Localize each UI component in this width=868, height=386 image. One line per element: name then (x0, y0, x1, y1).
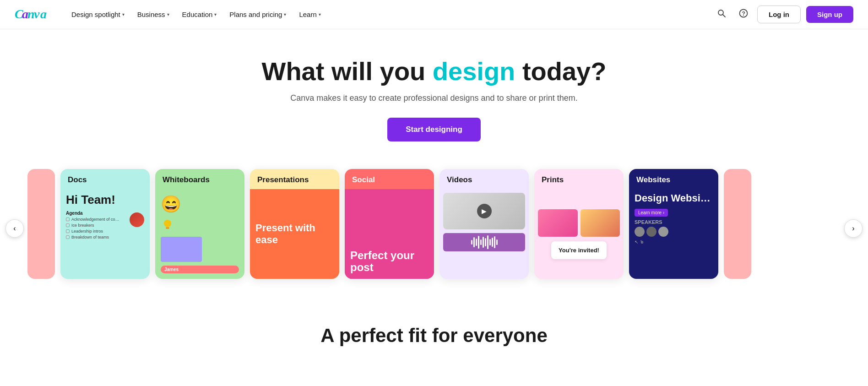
help-icon: ? (739, 9, 748, 18)
carousel-track: Docs Hi Team! Agenda Acknowledgement of … (0, 169, 868, 279)
chevron-down-icon: ▾ (319, 12, 321, 17)
hero-title: What will you design today? (9, 57, 859, 86)
card-websites[interactable]: Websites Design Websi… Learn more › SPEA… (629, 169, 718, 279)
card-social-label: Social (345, 169, 434, 189)
videos-thumbnail: ▶ (443, 193, 525, 229)
chevron-down-icon: ▾ (122, 12, 125, 17)
card-whiteboards-body: 😄 James (155, 189, 244, 279)
docs-avatar (130, 212, 144, 227)
docs-item-4: Breakdown of teams (66, 235, 119, 239)
nav-item-education[interactable]: Education ▾ (177, 7, 222, 22)
bottom-title: A perfect fit for everyone (9, 325, 859, 347)
websites-cursor-indicator: ↖ 🖱 (635, 239, 713, 245)
card-whiteboards[interactable]: Whiteboards 😄 James (155, 169, 244, 279)
docs-item-1: Acknowledgement of co… (66, 217, 119, 222)
docs-hi-text: Hi Team! (66, 193, 144, 207)
nav-actions: ? Log in Sign up (713, 5, 853, 24)
card-social[interactable]: Social Perfect your post (345, 169, 434, 279)
bottom-section: A perfect fit for everyone (0, 297, 868, 365)
search-button[interactable] (713, 5, 730, 24)
docs-agenda-label: Agenda (66, 211, 119, 216)
nav-item-design-spotlight[interactable]: Design spotlight ▾ (66, 7, 130, 22)
card-websites-body: Design Websi… Learn more › SPEAKERS ↖ 🖱 (629, 189, 718, 279)
login-button[interactable]: Log in (757, 5, 801, 23)
card-prints-body: You're invited! (534, 189, 624, 279)
wb-emoji: 😄 (161, 195, 239, 214)
svg-rect-10 (166, 227, 169, 229)
chevron-down-icon: ▾ (284, 12, 286, 17)
card-social-body: Perfect your post (345, 189, 434, 279)
chevron-down-icon: ▾ (214, 12, 217, 17)
websites-cta-btn[interactable]: Learn more › (635, 209, 668, 217)
prints-invite-card: You're invited! (551, 241, 607, 259)
speaker-avatar-3 (658, 227, 668, 237)
card-videos[interactable]: Videos ▶ (439, 169, 529, 279)
card-docs-label: Docs (60, 169, 150, 189)
lightbulb-icon (161, 217, 174, 231)
card-whiteboards-label: Whiteboards (155, 169, 244, 189)
websites-avatars (635, 227, 713, 237)
carousel-next-button[interactable]: › (844, 219, 863, 238)
search-icon (717, 9, 726, 18)
start-designing-button[interactable]: Start designing (387, 118, 481, 141)
card-carousel: ‹ › Docs Hi Team! Agenda Acknowledgement… (0, 160, 868, 297)
nav-item-plans-pricing[interactable]: Plans and pricing ▾ (224, 7, 292, 22)
checkbox-icon (66, 235, 70, 239)
nav-item-business[interactable]: Business ▾ (132, 7, 175, 22)
docs-item-2: Ice breakers (66, 223, 119, 228)
checkbox-icon (66, 217, 70, 221)
wb-rectangle (161, 237, 202, 262)
card-partial-right (724, 169, 751, 279)
audio-waveform (443, 233, 525, 251)
svg-text:a: a (40, 7, 47, 21)
presentations-subtext: Present with ease (255, 222, 334, 246)
speaker-avatar-2 (646, 227, 656, 237)
svg-point-5 (718, 10, 723, 15)
svg-line-6 (723, 15, 725, 17)
nav-links: Design spotlight ▾ Business ▾ Education … (66, 7, 713, 22)
card-websites-label: Websites (629, 169, 718, 189)
speaker-avatar-1 (635, 227, 645, 237)
checkbox-icon (66, 223, 70, 227)
card-presentations-body: Present with ease (250, 189, 339, 279)
card-prints[interactable]: Prints You're invited! (534, 169, 624, 279)
chevron-down-icon: ▾ (167, 12, 169, 17)
play-icon: ▶ (477, 204, 492, 218)
card-docs-body: Hi Team! Agenda Acknowledgement of co… I… (60, 189, 150, 279)
navigation: C a n v a Design spotlight ▾ Business ▾ … (0, 0, 868, 29)
hero-subtitle: Canva makes it easy to create profession… (9, 93, 859, 103)
docs-item-3: Leadership intros (66, 229, 119, 234)
logo[interactable]: C a n v a (15, 6, 51, 23)
svg-point-9 (164, 220, 171, 227)
websites-speakers-label: SPEAKERS (635, 219, 713, 225)
carousel-prev-button[interactable]: ‹ (5, 219, 24, 238)
card-presentations-label: Presentations (250, 169, 339, 189)
svg-text:v: v (34, 7, 40, 21)
card-prints-label: Prints (534, 169, 624, 189)
help-button[interactable]: ? (735, 5, 752, 24)
social-subtext: Perfect your post (350, 250, 429, 274)
card-partial-left (27, 169, 55, 279)
card-presentations[interactable]: Presentations Present with ease (250, 169, 339, 279)
svg-text:?: ? (742, 11, 745, 17)
nav-item-learn[interactable]: Learn ▾ (293, 7, 326, 22)
wb-user-badge: James (161, 266, 239, 273)
websites-design-title: Design Websi… (635, 193, 713, 204)
signup-button[interactable]: Sign up (806, 6, 853, 23)
checkbox-icon (66, 229, 70, 233)
card-docs[interactable]: Docs Hi Team! Agenda Acknowledgement of … (60, 169, 150, 279)
card-videos-label: Videos (439, 169, 529, 189)
card-videos-body: ▶ (439, 189, 529, 279)
hero-section: What will you design today? Canva makes … (0, 29, 868, 160)
